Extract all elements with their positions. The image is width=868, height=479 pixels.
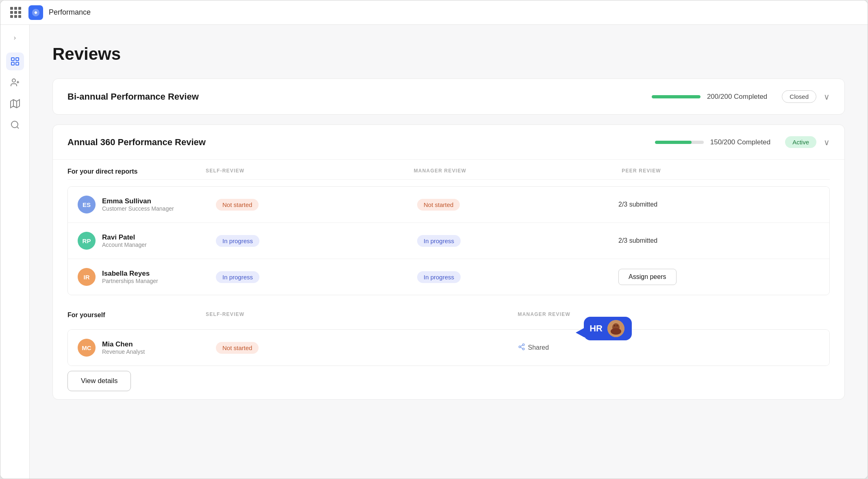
person-role-mia: Revenue Analyst: [102, 348, 145, 355]
avatar-isabella: IR: [78, 268, 96, 286]
svg-rect-3: [16, 58, 19, 61]
person-info-isabella: IR Isabella Reyes Partnerships Manager: [78, 268, 216, 286]
shared-text: Shared: [528, 344, 549, 351]
svg-marker-7: [11, 100, 20, 108]
svg-point-13: [519, 346, 521, 348]
emma-peer-review-cell: 2/3 submitted: [618, 201, 820, 208]
isabella-manager-review-cell: In progress: [417, 271, 618, 283]
main-layout: ›: [0, 25, 868, 479]
svg-line-15: [520, 347, 522, 348]
biannual-progress-text: 200/200 Completed: [707, 93, 767, 101]
svg-point-1: [35, 11, 37, 14]
sidebar: ›: [0, 25, 30, 479]
annual360-progress-text: 150/200 Completed: [710, 138, 770, 146]
avatar-ravi: RP: [78, 232, 96, 250]
top-bar: Performance: [0, 0, 868, 25]
app-grid-icon[interactable]: [10, 7, 21, 18]
review-card-biannual: Bi-annual Performance Review 200/200 Com…: [52, 78, 845, 115]
avatar-emma: ES: [78, 196, 96, 213]
svg-point-10: [11, 121, 18, 128]
sidebar-toggle[interactable]: ›: [9, 31, 22, 44]
isabella-peer-review-cell: Assign peers: [618, 269, 820, 285]
biannual-title: Bi-annual Performance Review: [67, 91, 199, 102]
review-card-biannual-header[interactable]: Bi-annual Performance Review 200/200 Com…: [53, 79, 844, 114]
biannual-status-badge: Closed: [782, 90, 816, 103]
review-card-annual360-header[interactable]: Annual 360 Performance Review 150/200 Co…: [53, 125, 844, 159]
person-role-isabella: Partnerships Manager: [102, 278, 158, 284]
self-review-col-header: SELF-REVIEW: [206, 168, 414, 175]
svg-point-12: [522, 344, 524, 346]
emma-manager-review-cell: Not started: [417, 199, 618, 211]
mia-self-review-cell: Not started: [216, 342, 518, 354]
direct-reports-label: For your direct reports: [67, 168, 206, 175]
annual360-progress-track: [655, 141, 704, 144]
emma-self-review-pill: Not started: [216, 199, 259, 211]
mia-manager-review-cell: Shared: [518, 343, 820, 353]
person-name-isabella: Isabella Reyes: [102, 270, 158, 278]
svg-rect-5: [16, 62, 19, 65]
biannual-progress-track: [652, 95, 700, 98]
mia-self-review-pill: Not started: [216, 342, 259, 354]
sidebar-item-search[interactable]: [6, 116, 24, 134]
isabella-manager-review-pill: In progress: [417, 271, 461, 283]
person-info-mia: MC Mia Chen Revenue Analyst: [78, 339, 216, 357]
manager-review-col-header: MANAGER REVIEW: [414, 168, 622, 175]
peer-review-col-header: PEER REVIEW: [622, 168, 830, 175]
svg-line-11: [17, 127, 18, 128]
person-name-ravi: Ravi Patel: [102, 233, 147, 242]
svg-point-14: [522, 348, 524, 350]
table-row: ES Emma Sullivan Customer Success Manage…: [68, 187, 829, 223]
emma-self-review-cell: Not started: [216, 199, 417, 211]
isabella-self-review-cell: In progress: [216, 271, 417, 283]
person-info-emma: ES Emma Sullivan Customer Success Manage…: [78, 196, 216, 213]
sidebar-item-users[interactable]: [6, 74, 24, 91]
review-card-annual360: Annual 360 Performance Review 150/200 Co…: [52, 124, 845, 400]
person-role-ravi: Account Manager: [102, 242, 147, 248]
assign-peers-button[interactable]: Assign peers: [618, 269, 677, 285]
emma-peer-review-text: 2/3 submitted: [618, 201, 657, 208]
person-role-emma: Customer Success Manager: [102, 205, 174, 212]
app-window: Performance ›: [0, 0, 868, 479]
person-name-mia: Mia Chen: [102, 340, 145, 348]
ravi-self-review-pill: In progress: [216, 235, 259, 247]
biannual-progress-area: 200/200 Completed: [218, 93, 768, 101]
annual360-chevron-icon[interactable]: ∨: [824, 137, 830, 147]
mia-shared-badge: Shared: [518, 343, 549, 353]
for-yourself-col-headers: For yourself SELF-REVIEW MANAGER REVIEW: [67, 305, 830, 323]
annual360-expanded: For your direct reports SELF-REVIEW MANA…: [53, 159, 844, 399]
avatar-mia: MC: [78, 339, 96, 357]
page-title: Reviews: [52, 44, 845, 64]
annual360-progress-fill: [655, 141, 692, 144]
svg-line-16: [520, 345, 522, 346]
biannual-chevron-icon[interactable]: ∨: [824, 92, 830, 102]
person-info-ravi: RP Ravi Patel Account Manager: [78, 232, 216, 250]
svg-point-6: [12, 79, 15, 82]
sidebar-item-grid[interactable]: [6, 52, 24, 70]
svg-rect-2: [11, 58, 14, 61]
table-row: IR Isabella Reyes Partnerships Manager I…: [68, 259, 829, 295]
annual360-status-badge: Active: [785, 136, 816, 148]
for-yourself-rows: MC Mia Chen Revenue Analyst Not started: [67, 329, 830, 366]
sidebar-item-map[interactable]: [6, 95, 24, 113]
direct-reports-rows: ES Emma Sullivan Customer Success Manage…: [67, 186, 830, 295]
ravi-peer-review-cell: 2/3 submitted: [618, 237, 820, 244]
table-row: MC Mia Chen Revenue Analyst Not started: [68, 330, 829, 366]
ravi-manager-review-pill: In progress: [417, 235, 461, 247]
table-row: RP Ravi Patel Account Manager In progres…: [68, 223, 829, 259]
for-yourself-self-review-col: SELF-REVIEW: [206, 311, 518, 319]
annual360-title: Annual 360 Performance Review: [67, 137, 206, 148]
person-name-emma: Emma Sullivan: [102, 197, 174, 205]
view-details-button[interactable]: View details: [67, 371, 131, 391]
for-yourself-label: For yourself: [67, 311, 206, 319]
for-yourself-manager-review-col: MANAGER REVIEW: [518, 311, 830, 319]
isabella-self-review-pill: In progress: [216, 271, 259, 283]
shared-icon: [518, 343, 525, 353]
annual360-progress-area: 150/200 Completed: [225, 138, 770, 146]
content-area: Reviews Bi-annual Performance Review 200…: [30, 25, 868, 479]
direct-reports-col-headers: For your direct reports SELF-REVIEW MANA…: [67, 160, 830, 180]
app-title: Performance: [49, 8, 91, 17]
emma-manager-review-pill: Not started: [417, 199, 460, 211]
svg-rect-4: [11, 62, 14, 65]
ravi-peer-review-text: 2/3 submitted: [618, 237, 657, 244]
ravi-self-review-cell: In progress: [216, 235, 417, 247]
